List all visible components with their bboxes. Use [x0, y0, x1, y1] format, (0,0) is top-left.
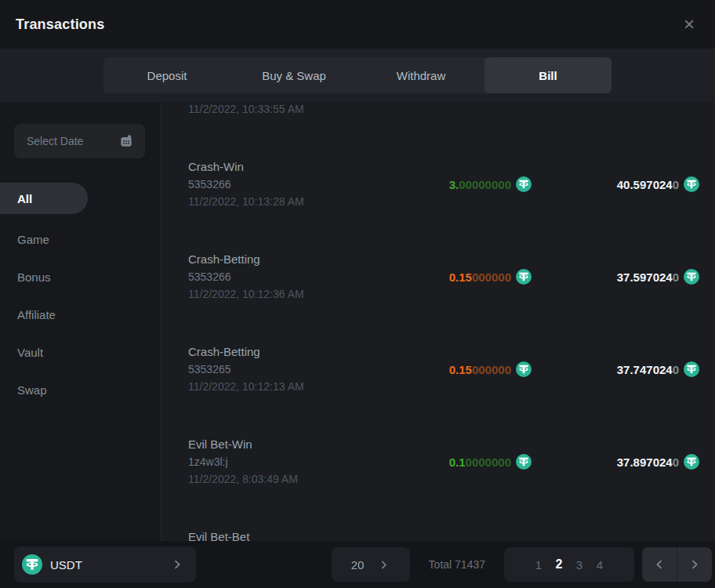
modal-body: Select Date AllGameBonusAffiliateVaultSw…	[0, 102, 715, 541]
transactions-modal: Transactions × DepositBuy & SwapWithdraw…	[0, 0, 715, 588]
sidebar-item-swap[interactable]: Swap	[0, 371, 161, 408]
tether-icon	[684, 176, 699, 192]
chevron-right-icon	[688, 558, 701, 571]
transaction-amount: 3.00000000	[449, 176, 532, 192]
sidebar-item-game[interactable]: Game	[0, 220, 161, 258]
transaction-balance: 37.5970240	[543, 269, 699, 285]
tab-strip: DepositBuy & SwapWithdrawBill	[0, 49, 715, 102]
next-page-button[interactable]	[677, 547, 712, 582]
transaction-row: Evil Bet-Bet	[188, 528, 699, 541]
transaction-row: Evil Bet-Win 1z4w3l:j 11/2/2022, 8:03:49…	[188, 436, 699, 488]
transaction-amount: 0.10000000	[449, 454, 532, 470]
prev-page-button[interactable]	[642, 547, 677, 582]
transaction-timestamp: 11/2/2022, 10:13:28 AM	[188, 193, 376, 210]
transaction-id: 5353266	[188, 268, 376, 285]
transaction-list: 11/2/2022, 10:33:55 AM Crash-Win 5353266…	[162, 102, 715, 541]
category-filter-list: AllGameBonusAffiliateVaultSwap	[0, 183, 161, 408]
page-button-4[interactable]: 4	[596, 558, 604, 572]
tab-buy-swap[interactable]: Buy & Swap	[230, 57, 358, 93]
transaction-timestamp: 11/2/2022, 10:12:36 AM	[188, 285, 376, 303]
sidebar-item-all[interactable]: All	[0, 183, 88, 214]
tether-icon	[684, 454, 699, 470]
page-button-1[interactable]: 1	[535, 558, 543, 572]
transaction-id: 5353266	[188, 176, 376, 193]
transaction-amount: 0.15000000	[449, 361, 532, 377]
date-filter-input[interactable]: Select Date	[14, 124, 145, 158]
tether-icon	[516, 361, 532, 377]
transaction-info: Crash-Win 5353266 11/2/2022, 10:13:28 AM	[188, 158, 376, 210]
tether-icon	[516, 269, 532, 285]
tab-withdraw[interactable]: Withdraw	[358, 57, 485, 93]
page-button-2[interactable]: 2	[555, 557, 563, 572]
sidebar: Select Date AllGameBonusAffiliateVaultSw…	[0, 102, 162, 541]
page-title: Transactions	[16, 16, 104, 33]
pagination: 1234	[504, 547, 634, 582]
page-size-selector[interactable]: 20	[332, 547, 410, 582]
transaction-name: Crash-Betting	[188, 343, 376, 361]
tether-icon	[684, 361, 699, 377]
transaction-balance: 37.7470240	[543, 361, 699, 377]
transaction-timestamp: 11/2/2022, 8:03:49 AM	[188, 470, 376, 488]
chevron-left-icon	[653, 558, 666, 571]
transaction-row: Crash-Win 5353266 11/2/2022, 10:13:28 AM…	[188, 158, 699, 210]
currency-selector[interactable]: USDT	[14, 546, 196, 583]
transaction-name: Crash-Betting	[188, 251, 376, 268]
tether-icon	[22, 554, 42, 575]
tab-group: DepositBuy & SwapWithdrawBill	[103, 57, 612, 93]
pagination-nav	[642, 547, 712, 582]
chevron-right-icon	[378, 559, 390, 571]
transaction-timestamp: 11/2/2022, 10:33:55 AM	[188, 102, 376, 118]
sidebar-item-bonus[interactable]: Bonus	[0, 258, 161, 296]
modal-header: Transactions ×	[0, 0, 715, 49]
transaction-row: Crash-Betting 5353265 11/2/2022, 10:12:1…	[188, 343, 699, 395]
tether-icon	[516, 176, 532, 192]
transaction-id: 5353265	[188, 361, 376, 378]
transaction-info: 11/2/2022, 10:33:55 AM	[188, 102, 376, 118]
tether-icon	[516, 454, 532, 470]
currency-label: USDT	[50, 558, 82, 572]
transaction-name: Evil Bet-Win	[188, 436, 376, 453]
sidebar-item-vault[interactable]: Vault	[0, 333, 161, 371]
transaction-row: Crash-Betting 5353266 11/2/2022, 10:12:3…	[188, 251, 699, 303]
date-placeholder: Select Date	[27, 135, 83, 147]
transaction-info: Crash-Betting 5353266 11/2/2022, 10:12:3…	[188, 251, 376, 303]
tether-icon	[684, 269, 699, 285]
tab-bill[interactable]: Bill	[485, 57, 612, 93]
transaction-info: Evil Bet-Win 1z4w3l:j 11/2/2022, 8:03:49…	[188, 436, 376, 488]
page-size-value: 20	[351, 558, 365, 572]
transaction-row: 11/2/2022, 10:33:55 AM	[188, 102, 699, 118]
total-count-label: Total 71437	[429, 558, 485, 571]
chevron-right-icon	[171, 558, 183, 571]
transaction-amount: 0.15000000	[449, 269, 532, 285]
transaction-id: 1z4w3l:j	[188, 453, 376, 470]
sidebar-item-affiliate[interactable]: Affiliate	[0, 296, 161, 333]
transaction-info: Crash-Betting 5353265 11/2/2022, 10:12:1…	[188, 343, 376, 395]
modal-footer: USDT 20 Total 71437 1234	[0, 541, 715, 588]
transaction-timestamp: 11/2/2022, 10:12:13 AM	[188, 378, 376, 395]
transaction-name: Evil Bet-Bet	[188, 528, 376, 541]
transaction-balance: 40.5970240	[543, 176, 699, 192]
tab-deposit[interactable]: Deposit	[103, 57, 230, 93]
close-icon[interactable]: ×	[684, 15, 695, 34]
transaction-info: Evil Bet-Bet	[188, 528, 376, 541]
calendar-icon	[118, 133, 134, 149]
page-button-3[interactable]: 3	[575, 558, 583, 572]
transaction-balance: 37.8970240	[543, 454, 699, 470]
transaction-name: Crash-Win	[188, 158, 376, 176]
